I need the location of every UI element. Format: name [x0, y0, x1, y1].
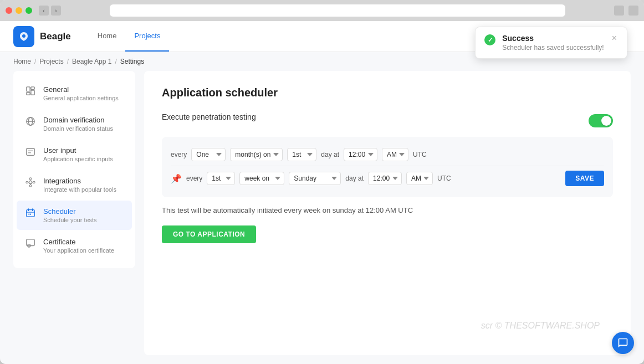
traffic-light-green[interactable] — [25, 7, 32, 14]
sidebar-certificate-label: Certificate — [43, 238, 114, 246]
sidebar-item-certificate[interactable]: Certificate Your application certificate — [17, 231, 132, 260]
integrations-icon — [25, 177, 37, 188]
sched-time-select-1[interactable]: 12:00 1:00 6:00 — [344, 148, 377, 161]
breadcrumb-sep-2: / — [67, 58, 69, 65]
sidebar-user-input-text: User input Application specific inputs — [43, 146, 113, 162]
sched-every-label-1: every — [171, 151, 187, 158]
svg-point-11 — [29, 181, 32, 183]
breadcrumb-projects[interactable]: Projects — [39, 58, 63, 65]
sidebar-item-integrations[interactable]: Integrations Integrate with popular tool… — [17, 170, 132, 199]
sched-unit-select-2[interactable]: week on month on day — [239, 172, 284, 185]
svg-rect-4 — [31, 90, 34, 95]
sched-day-at-label-1: day at — [321, 151, 339, 158]
svg-rect-20 — [27, 210, 34, 217]
general-icon — [25, 86, 37, 97]
sidebar-integrations-sublabel: Integrate with popular tools — [43, 186, 116, 193]
sidebar-scheduler-label: Scheduler — [43, 207, 97, 216]
sidebar-domain-sublabel: Domain verification status — [43, 125, 113, 132]
sched-every-label-2: every — [186, 175, 202, 182]
svg-rect-8 — [27, 148, 34, 156]
sched-day-at-label-2: day at — [345, 175, 364, 182]
svg-point-24 — [28, 214, 29, 215]
execute-label: Execute penetration testing — [162, 112, 256, 121]
svg-rect-3 — [31, 87, 34, 90]
browser-back-button[interactable]: ‹ — [39, 6, 49, 16]
logo-icon — [13, 26, 34, 47]
scheduler-row-weekly: 📌 every 1st 2nd 3rd week on month on day — [171, 166, 604, 191]
sidebar-certificate-sublabel: Your application certificate — [43, 247, 114, 254]
chat-button[interactable] — [612, 332, 634, 354]
sidebar-user-input-sublabel: Application specific inputs — [43, 156, 113, 162]
traffic-lights — [6, 7, 32, 14]
new-tab-button[interactable] — [628, 6, 638, 16]
pin-icon: 📌 — [171, 173, 182, 184]
user-input-icon — [25, 147, 37, 158]
sched-period-select[interactable]: One Two Three — [191, 148, 226, 161]
sched-tz-label-1: UTC — [413, 151, 427, 158]
sidebar-certificate-text: Certificate Your application certificate — [43, 238, 114, 254]
sidebar-item-domain[interactable]: Domain verification Domain verification … — [17, 109, 132, 139]
save-button[interactable]: SAVE — [565, 171, 604, 186]
svg-point-15 — [33, 181, 35, 183]
sidebar-item-scheduler[interactable]: Scheduler Schedule your tests — [17, 201, 132, 230]
svg-point-25 — [30, 214, 31, 215]
sched-time-select-2[interactable]: 12:00 1:00 6:00 — [368, 172, 402, 185]
breadcrumb-beagle-app[interactable]: Beagle App 1 — [72, 58, 111, 65]
go-to-app-button[interactable]: GO TO APPLICATION — [162, 225, 256, 243]
toast-title: Success — [502, 34, 604, 43]
sched-ampm-select-1[interactable]: AM PM — [382, 148, 408, 161]
sched-day-select-1[interactable]: 1st 2nd 3rd Last — [287, 148, 316, 161]
sched-ampm-select-2[interactable]: AM PM — [406, 172, 433, 185]
toast-close-button[interactable]: × — [611, 34, 618, 43]
certificate-icon — [25, 238, 37, 249]
browser-nav-buttons: ‹ › — [39, 6, 61, 16]
main-layout: General General application settings — [0, 71, 644, 364]
sched-tz-label-2: UTC — [437, 175, 451, 182]
nav-links: Home Projects — [89, 21, 170, 52]
sidebar-item-user-input[interactable]: User input Application specific inputs — [17, 140, 132, 169]
execute-penetration-toggle[interactable] — [589, 114, 613, 127]
breadcrumb-sep-3: / — [115, 58, 116, 65]
sidebar: General General application settings — [13, 71, 135, 268]
sidebar-general-text: General General application settings — [43, 85, 119, 101]
sched-unit-select-1[interactable]: month(s) on week(s) on day(s) — [230, 148, 283, 161]
traffic-light-yellow[interactable] — [16, 7, 22, 14]
traffic-light-red[interactable] — [6, 7, 12, 14]
toast-success-icon — [484, 34, 495, 45]
sidebar-item-general[interactable]: General General application settings — [17, 79, 132, 108]
nav-link-projects[interactable]: Projects — [125, 21, 169, 52]
toast-content: Success Scheduler has saved successfully… — [502, 34, 604, 52]
scheduler-row-monthly: every One Two Three month(s) on week(s) … — [171, 143, 604, 166]
svg-point-13 — [29, 185, 32, 187]
scheduler-box: every One Two Three month(s) on week(s) … — [162, 137, 613, 197]
app-content: Beagle Home Projects Home / Projects / B… — [0, 21, 644, 364]
content-area: Application scheduler Execute penetratio… — [144, 71, 631, 355]
sidebar-domain-label: Domain verification — [43, 116, 113, 124]
browser-actions — [614, 6, 638, 16]
sidebar-integrations-text: Integrations Integrate with popular tool… — [43, 177, 116, 193]
svg-point-12 — [29, 178, 32, 180]
sidebar-domain-text: Domain verification Domain verification … — [43, 116, 113, 132]
toast-notification: Success Scheduler has saved successfully… — [475, 27, 627, 59]
svg-rect-2 — [27, 93, 30, 95]
logo-area: Beagle — [13, 26, 71, 47]
svg-point-14 — [26, 181, 28, 183]
sidebar-general-sublabel: General application settings — [43, 95, 119, 101]
sched-day-select-2[interactable]: Sunday Monday Tuesday Wednesday Thursday… — [289, 172, 341, 185]
nav-link-home[interactable]: Home — [89, 21, 126, 52]
breadcrumb-settings: Settings — [120, 58, 144, 65]
sidebar-user-input-label: User input — [43, 146, 113, 155]
address-bar[interactable] — [110, 4, 565, 17]
breadcrumb-home[interactable]: Home — [13, 58, 31, 65]
scheduler-icon — [25, 208, 37, 219]
share-button[interactable] — [614, 6, 624, 16]
browser-chrome: ‹ › — [0, 0, 644, 21]
sidebar-integrations-label: Integrations — [43, 177, 116, 185]
browser-forward-button[interactable]: › — [51, 6, 61, 16]
sidebar-scheduler-sublabel: Schedule your tests — [43, 217, 97, 223]
description-text: This test will be automatically initiate… — [162, 206, 613, 214]
svg-rect-1 — [27, 87, 30, 91]
page-title: Application scheduler — [162, 86, 613, 99]
execute-penetration-toggle-row: Execute penetration testing — [162, 112, 613, 129]
sched-interval-select[interactable]: 1st 2nd 3rd — [207, 172, 235, 185]
